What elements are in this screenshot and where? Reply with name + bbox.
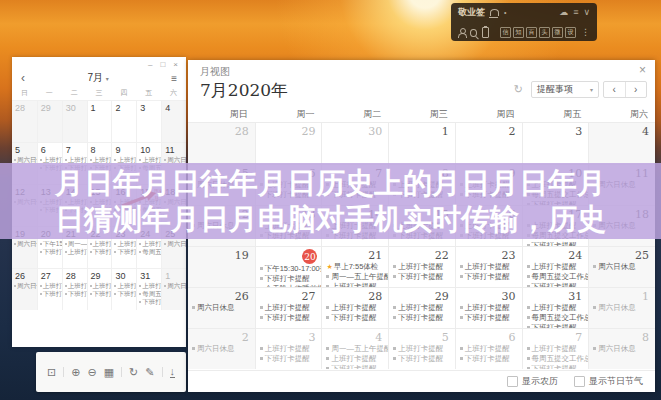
reminder-entry[interactable]: 下班打卡提醒 bbox=[256, 274, 322, 284]
reminder-entry[interactable]: 周六日休.. bbox=[162, 282, 186, 290]
day-cell[interactable]: 4 bbox=[588, 123, 655, 164]
day-cell[interactable]: 7上班打卡提醒每周五提交工作总结下班打卡提醒 bbox=[522, 328, 589, 369]
reminder-entry[interactable]: 下班打卡提醒 bbox=[389, 272, 455, 282]
day-cell[interactable]: 19 bbox=[188, 246, 255, 287]
day-cell[interactable]: 30 bbox=[62, 100, 87, 142]
reminder-entry[interactable]: 周六日休.. bbox=[12, 240, 37, 248]
day-cell[interactable]: 21★早上7:55体检周一—五上午提醒上班打卡提醒 bbox=[321, 246, 388, 287]
reminder-entry[interactable]: 下班打卡提醒 bbox=[389, 313, 455, 323]
day-cell[interactable]: 1周六日休.. bbox=[161, 268, 186, 310]
reminder-entry[interactable]: 上班打卡.. bbox=[88, 240, 112, 248]
day-cell[interactable]: 5上班打卡提醒下班打卡提醒 bbox=[388, 328, 455, 369]
reminder-entry[interactable]: 周一—五.. bbox=[63, 240, 87, 248]
cloud-sync-icon[interactable]: ☁ bbox=[559, 8, 568, 17]
reminder-entry[interactable]: 上班打卡提醒 bbox=[322, 354, 388, 364]
reminder-entry[interactable]: 周六日休.. bbox=[162, 240, 186, 248]
day-cell[interactable]: 27上班打卡提醒下班打卡提醒 bbox=[255, 287, 322, 328]
reminder-entry[interactable]: 周六日休息 bbox=[589, 262, 655, 272]
zoom-out-icon[interactable]: ⊖ bbox=[87, 367, 96, 378]
reminder-entry[interactable]: 周一—五上午提醒 bbox=[322, 344, 388, 354]
maximize-button[interactable]: □ bbox=[160, 61, 165, 69]
reminder-entry[interactable]: 下班打卡提醒 bbox=[456, 313, 522, 323]
reminder-entry[interactable]: 每周五提交工作总结 bbox=[523, 313, 589, 323]
day-cell-today[interactable]: 20下午15:30-17:00打…下班打卡提醒今天晚上临睡前提… bbox=[255, 246, 322, 287]
day-cell[interactable]: 30 bbox=[321, 123, 388, 164]
reminder-entry[interactable]: 下午15:3.. bbox=[38, 240, 62, 248]
checkbox-icon[interactable] bbox=[507, 376, 518, 387]
festival-option[interactable]: 显示节日节气 bbox=[574, 375, 643, 388]
day-cell[interactable]: 1 bbox=[87, 100, 112, 142]
day-cell[interactable]: 31上班打卡提醒每周五提交工作总结下班打卡提醒 bbox=[522, 287, 589, 328]
reminder-entry[interactable]: 周六日休息 bbox=[589, 303, 655, 313]
reminder-entry[interactable]: 每周五提.. bbox=[137, 248, 161, 256]
reminder-entry[interactable]: 周六日休息 bbox=[589, 344, 655, 354]
day-cell[interactable]: 30上班打卡提醒下班打卡提醒 bbox=[455, 287, 522, 328]
grid-view-icon[interactable]: ▦ bbox=[104, 367, 114, 378]
day-cell[interactable]: 2 bbox=[111, 100, 136, 142]
reminder-entry[interactable]: 周六日休息 bbox=[188, 344, 255, 354]
day-cell[interactable]: 29 bbox=[255, 123, 322, 164]
close-button[interactable]: × bbox=[173, 61, 178, 69]
reminder-entry[interactable]: 下班打卡.. bbox=[112, 248, 136, 256]
reminder-entry[interactable]: 上班打卡提醒 bbox=[523, 262, 589, 272]
day-cell[interactable]: 26周六日休.. bbox=[12, 268, 37, 310]
bell-icon[interactable] bbox=[490, 9, 499, 16]
day-cell[interactable]: 1周六日休息 bbox=[588, 287, 655, 328]
reminder-entry[interactable]: 下班打卡提醒 bbox=[256, 354, 322, 364]
reminder-entry[interactable]: 上班打卡.. bbox=[63, 282, 87, 290]
reminder-entry[interactable]: 上班打卡提醒 bbox=[322, 303, 388, 313]
add-member-icon[interactable] bbox=[458, 28, 465, 37]
reminder-entry[interactable]: 上班打卡.. bbox=[88, 282, 112, 290]
zoom-in-icon[interactable]: ⊕ bbox=[71, 367, 80, 378]
day-cell[interactable]: 29上班打卡提醒下班打卡提醒 bbox=[388, 287, 455, 328]
filter-dropdown[interactable]: 提醒事项 ▾ bbox=[531, 81, 599, 98]
day-cell[interactable]: 28上班打卡..下班打卡.. bbox=[62, 268, 87, 310]
reminder-entry[interactable]: 上班打卡提醒 bbox=[389, 262, 455, 272]
day-cell[interactable]: 27上班打卡..下班打卡.. bbox=[37, 268, 62, 310]
reminder-entry[interactable]: 下班打卡提醒 bbox=[523, 364, 589, 369]
download-icon[interactable]: ↓ bbox=[170, 366, 176, 378]
day-cell[interactable]: 26周六日休息 bbox=[188, 287, 255, 328]
day-cell[interactable]: 29上班打卡..下班打卡.. bbox=[87, 268, 112, 310]
reminder-entry[interactable]: 下午15:30-17:00打… bbox=[256, 264, 322, 274]
reminder-entry[interactable]: 下班打卡.. bbox=[137, 298, 161, 306]
quick-app-icon[interactable]: 百 bbox=[526, 27, 537, 38]
reminder-entry[interactable]: 上班打卡.. bbox=[63, 248, 87, 256]
reminder-entry[interactable]: 下班打卡.. bbox=[112, 290, 136, 298]
reminder-entry[interactable]: 每周五提交工作总结 bbox=[523, 354, 589, 364]
day-cell[interactable]: 3 bbox=[136, 100, 161, 142]
reminder-entry[interactable]: 上班打卡.. bbox=[137, 240, 161, 248]
reminder-entry[interactable]: 下班打卡提醒 bbox=[322, 364, 388, 369]
hamburger-menu-icon[interactable]: ≡ bbox=[171, 73, 177, 84]
reminder-entry[interactable]: 上班打卡.. bbox=[38, 282, 62, 290]
day-cell[interactable]: 4周一—五上午提醒上班打卡提醒下班打卡提醒 bbox=[321, 328, 388, 369]
day-cell[interactable]: 28上班打卡提醒下班打卡提醒 bbox=[321, 287, 388, 328]
reminder-entry[interactable]: 周一—五上午提醒 bbox=[322, 272, 388, 282]
day-cell[interactable]: 24上班打卡提醒每周五提交工作总结下班打卡提醒 bbox=[522, 246, 589, 287]
close-icon[interactable]: × bbox=[639, 64, 646, 76]
reminder-entry[interactable]: 上班打卡提醒 bbox=[523, 344, 589, 354]
reminder-entry[interactable]: 上班打卡提醒 bbox=[256, 344, 322, 354]
reminder-entry[interactable]: 上班打卡提醒 bbox=[456, 262, 522, 272]
day-cell[interactable]: 22上班打卡提醒下班打卡提醒 bbox=[388, 246, 455, 287]
day-cell[interactable]: 25周六日休息 bbox=[588, 246, 655, 287]
refresh-icon[interactable]: ↻ bbox=[129, 367, 138, 378]
quick-app-icon[interactable]: 微 bbox=[552, 27, 563, 38]
search-icon[interactable] bbox=[470, 29, 477, 37]
day-cell[interactable]: 2周六日休息 bbox=[188, 328, 255, 369]
lunar-option[interactable]: 显示农历 bbox=[507, 375, 558, 388]
prev-month-button[interactable]: ‹ bbox=[604, 82, 626, 97]
reminder-entry[interactable]: 下班打卡.. bbox=[88, 248, 112, 256]
reminder-entry[interactable]: 下班打卡提醒 bbox=[256, 313, 322, 323]
quick-app-icon[interactable]: 知 bbox=[513, 27, 524, 38]
reminder-entry[interactable]: 周六日休.. bbox=[12, 282, 37, 290]
checkbox-icon[interactable] bbox=[574, 376, 585, 387]
reminder-entry[interactable]: 每周五提交工作总结 bbox=[523, 272, 589, 282]
refresh-icon[interactable]: ↻ bbox=[514, 84, 523, 95]
day-cell[interactable]: 28 bbox=[12, 100, 37, 142]
reminder-entry[interactable]: 上班打卡提醒 bbox=[389, 303, 455, 313]
reminder-entry[interactable]: 上班打卡.. bbox=[112, 282, 136, 290]
reminder-entry[interactable]: 上班打卡提醒 bbox=[389, 344, 455, 354]
reminder-entry[interactable]: 下班打卡.. bbox=[63, 290, 87, 298]
reminder-entry[interactable]: 上班打卡.. bbox=[137, 282, 161, 290]
